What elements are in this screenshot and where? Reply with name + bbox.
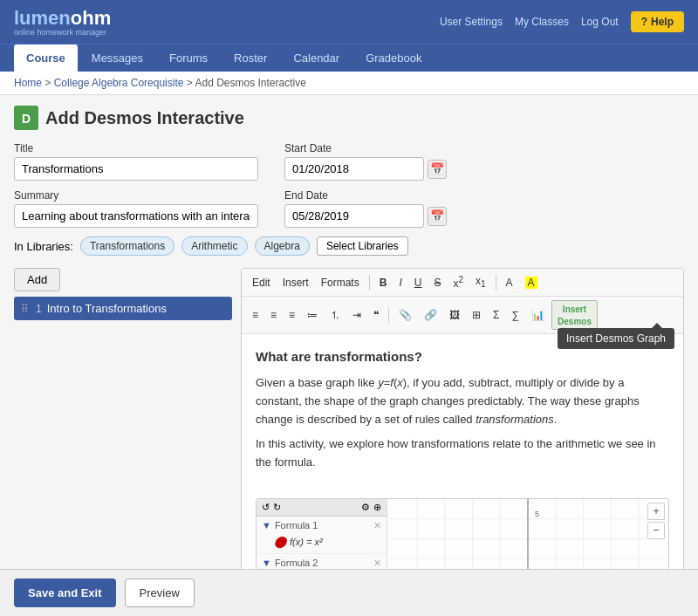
section-item[interactable]: ⠿ 1 Intro to Transformations	[14, 297, 232, 320]
nav-roster[interactable]: Roster	[222, 44, 279, 72]
superscript-button[interactable]: x2	[448, 272, 469, 292]
insert-desmos-button[interactable]: InsertDesmos	[551, 300, 598, 330]
section-label: Intro to Transformations	[47, 302, 167, 315]
redo-icon[interactable]: ↻	[273, 502, 281, 513]
settings-icon[interactable]: ⚙	[361, 502, 370, 513]
bullet-list-button[interactable]: ≔	[302, 306, 323, 324]
end-date-calendar-icon[interactable]: 📅	[428, 207, 447, 226]
edit-menu-button[interactable]: Edit	[247, 274, 276, 291]
end-date-label: End Date	[284, 189, 447, 202]
align-left-button[interactable]: ≡	[247, 306, 263, 324]
bottom-bar: Save and Exit Preview	[0, 569, 698, 616]
italic-button[interactable]: I	[393, 274, 407, 291]
page-content: D Add Desmos Interactive Title Start Dat…	[0, 95, 698, 616]
formula-2-label: Formula 2	[275, 558, 318, 568]
sum-icon: ∑	[511, 309, 519, 321]
insert-desmos-tooltip: Insert Desmos Graph	[558, 328, 674, 349]
breadcrumb-home[interactable]: Home	[14, 77, 42, 89]
start-date-input[interactable]	[284, 157, 424, 181]
font-color-button[interactable]: A	[501, 274, 518, 291]
attachment-button[interactable]: 📎	[393, 306, 417, 324]
strikethrough-button[interactable]: S	[428, 274, 446, 291]
my-classes-link[interactable]: My Classes	[515, 16, 569, 28]
content-para2: In this activity, we explore how transfo…	[256, 435, 669, 472]
content-para1: Given a base graph like y=f(x), if you a…	[256, 374, 669, 428]
lib-tag-algebra[interactable]: Algebra	[255, 236, 310, 256]
summary-label: Summary	[14, 189, 258, 202]
title-input[interactable]	[14, 157, 258, 181]
sigma-button[interactable]: Σ	[488, 306, 504, 324]
desmos-icon: D	[14, 106, 38, 130]
start-date-calendar-icon[interactable]: 📅	[428, 160, 447, 179]
formula-2-header[interactable]: ▼ Formula 2 ✕	[262, 558, 381, 569]
formula-1-expression: f(x) = x²	[290, 537, 323, 547]
desmos-toolbar: ↺ ↻ ⚙ ⊕	[257, 499, 387, 517]
start-date-group: Start Date 📅	[284, 142, 447, 181]
breadcrumb-current: Add Desmos Interactive	[195, 77, 305, 89]
add-section-button[interactable]: Add	[14, 268, 60, 291]
help-button[interactable]: ? Help	[631, 11, 684, 32]
toolbar-separator-2	[496, 275, 496, 291]
formula-2-collapse-icon: ▼	[262, 558, 271, 568]
select-libraries-button[interactable]: Select Libraries	[317, 236, 408, 256]
zoom-icon[interactable]: ⊕	[373, 502, 381, 513]
undo-icon[interactable]: ↺	[262, 502, 270, 513]
user-settings-link[interactable]: User Settings	[440, 16, 503, 28]
left-panel: Add ⠿ 1 Intro to Transformations	[14, 268, 232, 616]
nav-gradebook[interactable]: Gradebook	[353, 44, 434, 72]
formula-2-delete-icon[interactable]: ✕	[373, 558, 381, 569]
end-date-input[interactable]	[284, 204, 424, 228]
formula-1-collapse-icon: ▼	[262, 520, 271, 530]
bold-button[interactable]: B	[374, 274, 393, 291]
insert-menu-button[interactable]: Insert	[277, 274, 314, 291]
insert-desmos-label: InsertDesmos	[558, 305, 592, 326]
bg-color-button[interactable]: A	[520, 274, 543, 291]
logo-suffix: ohm	[71, 7, 111, 29]
libraries-label: In Libraries:	[14, 240, 73, 253]
formula-1-label: Formula 1	[275, 520, 318, 530]
logo: lumenohm online homework manager	[14, 7, 111, 37]
summary-group: Summary	[14, 189, 258, 228]
blockquote-button[interactable]: ❝	[368, 306, 384, 324]
subscript-button[interactable]: x1	[470, 272, 491, 291]
bg-color-icon: A	[525, 277, 537, 289]
breadcrumb-course[interactable]: College Algebra Corequisite	[54, 77, 184, 89]
logo-subtitle: online homework manager	[14, 28, 111, 37]
editor-toolbar-row2: ≡ ≡ ≡ ≔ ⒈ ⇥ ❝ 📎 🔗 🖼 ⊞ Σ ∑ 📊 InsertDesmos	[242, 297, 683, 334]
align-right-button[interactable]: ≡	[284, 306, 300, 324]
sigma-icon: Σ	[493, 309, 499, 321]
save-exit-button[interactable]: Save and Exit	[14, 578, 116, 607]
link-button[interactable]: 🔗	[419, 306, 442, 324]
formats-menu-button[interactable]: Formats	[316, 274, 365, 291]
zoom-in-button[interactable]: +	[647, 503, 665, 520]
indent-button[interactable]: ⇥	[347, 306, 366, 324]
align-center-icon: ≡	[270, 309, 277, 321]
editor-content[interactable]: What are transformations? Given a base g…	[242, 334, 683, 491]
top-header: lumenohm online homework manager User Se…	[0, 0, 698, 44]
nav-messages[interactable]: Messages	[79, 44, 155, 72]
chart-button[interactable]: 📊	[526, 306, 550, 324]
nav-forums[interactable]: Forums	[157, 44, 220, 72]
preview-button[interactable]: Preview	[125, 578, 195, 607]
numbered-list-button[interactable]: ⒈	[325, 305, 346, 325]
underline-button[interactable]: U	[409, 274, 428, 291]
nav-calendar[interactable]: Calendar	[281, 44, 352, 72]
logo-area: lumenohm online homework manager	[14, 7, 111, 37]
indent-icon: ⇥	[352, 309, 361, 321]
image-button[interactable]: 🖼	[444, 306, 465, 324]
title-label: Title	[14, 142, 258, 154]
lib-tag-transformations[interactable]: Transformations	[80, 236, 174, 256]
formula-1-delete-icon[interactable]: ✕	[373, 520, 381, 531]
align-center-button[interactable]: ≡	[265, 306, 282, 324]
log-out-link[interactable]: Log Out	[581, 16, 619, 28]
formula-1-header[interactable]: ▼ Formula 1 ✕	[262, 520, 381, 531]
summary-input[interactable]	[14, 204, 258, 228]
drag-handle-icon: ⠿	[21, 303, 29, 315]
zoom-out-button[interactable]: −	[647, 522, 665, 539]
nav-course[interactable]: Course	[14, 44, 78, 72]
lib-tag-arithmetic[interactable]: Arithmetic	[181, 236, 247, 256]
start-date-wrap: 📅	[284, 157, 447, 181]
editor-panel: Edit Insert Formats B I U S x2 x1 A A ≡ …	[241, 268, 684, 616]
table-button[interactable]: ⊞	[467, 306, 486, 324]
sum-button[interactable]: ∑	[506, 306, 524, 324]
